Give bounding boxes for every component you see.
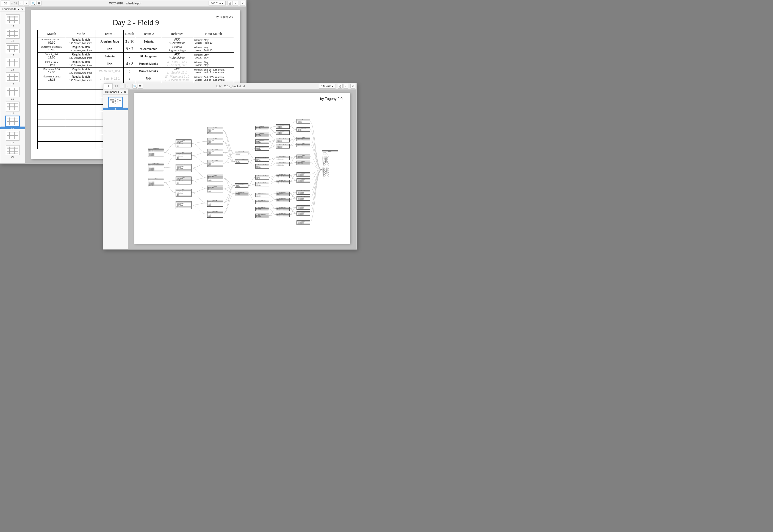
bracket-node: First DEF○ BLOKS, RR rdpl○ Group D○ Grou…: [207, 138, 223, 145]
menu-button[interactable]: ≡: [343, 84, 348, 89]
document-properties-button[interactable]: ⎙: [228, 1, 233, 6]
bracket-node: Rank 11○ R9 Semi-final 1○ R9 Semi-final …: [297, 161, 310, 165]
page-area[interactable]: by Tugeny 2.0 Group Draw○ dont organize …: [128, 89, 356, 249]
sidebar-mode-label[interactable]: Thumbnails: [2, 8, 16, 11]
chevron-down-icon[interactable]: ▾: [18, 8, 19, 11]
zoom-dropdown[interactable]: 145.31%▾: [209, 1, 226, 6]
thumbnail-label: 13: [0, 54, 25, 57]
thumbnail-page-11[interactable]: [6, 14, 19, 24]
thumbnail-label: 20: [0, 156, 25, 158]
thumbnail-page-19[interactable]: [6, 131, 19, 141]
close-window-button[interactable]: ✕: [240, 1, 245, 6]
chevron-down-icon[interactable]: ▾: [121, 91, 122, 94]
thumbnail-page-18[interactable]: [6, 116, 19, 126]
table-row: Semi 9_12-111:00Regular Match100 Stones,…: [38, 53, 234, 60]
bracket-node: Small Final○ Semi-final 1○ Semi-final 2: [297, 127, 310, 132]
close-sidebar-button[interactable]: ✕: [21, 8, 23, 11]
thumbnail-label: 19: [0, 141, 25, 144]
bracket-node: R13 Semi-final 2○ R9 Quarter-final 2○ R9…: [276, 180, 290, 184]
sidebar-toggle-button[interactable]: ☰: [138, 84, 143, 89]
bracket-node: R5 Semi-final 1○ Quarter-final 1○ Quarte…: [276, 138, 290, 142]
thumbnails-sidebar: Thumbnails ▾ ✕ 1: [103, 89, 128, 249]
bracket-node: Group E○ BLOKS, RR rdpl…○ Group Head○ Gr…: [175, 189, 191, 197]
search-button[interactable]: 🔍: [132, 84, 137, 89]
thumbnail-page-12[interactable]: [6, 29, 19, 39]
bracket-node: Rank 7○ R5 Semi-final 1○ R5 Semi-final 2: [297, 143, 310, 147]
bracket-node: R17 Quarter-final 1○ Fourth ABC○ Fourth …: [255, 193, 269, 197]
next-page-button[interactable]: ›: [125, 84, 130, 89]
bracket-node: Semi-final 1○ Quarter-final 1○ Quarter-f…: [276, 124, 290, 129]
sidebar-mode-label[interactable]: Thumbnails: [105, 91, 119, 94]
bracket-node: Relegation ABC 2○ Third ABC○ Third DEF: [235, 183, 249, 188]
document-properties-button[interactable]: ⎙: [338, 84, 343, 89]
prev-page-button[interactable]: ‹: [120, 84, 125, 89]
bracket-node: R21 Quarter-final 2○ Fourth ABC○ Fourth …: [255, 214, 269, 218]
thumbnail-page-16[interactable]: [6, 87, 19, 97]
credit-label: by Tugeny 2.0: [216, 15, 233, 18]
sidebar-toggle-button[interactable]: ☰: [37, 1, 41, 6]
next-page-button[interactable]: ›: [24, 1, 29, 6]
search-button[interactable]: 🔍: [31, 1, 36, 6]
bracket-node: Second ABC○ BLOKS, RR rdpl○ Group A○ Gro…: [207, 149, 223, 156]
bracket-node: Group B○ BLOKS, RR rdpl…○ Group Head○ Gr…: [175, 152, 191, 160]
table-row: Placement 11-1213:15Regular Match100 Sto…: [38, 75, 234, 82]
document-title: BJP…2019_bracket.pdf: [143, 85, 319, 88]
table-header: Team 2: [136, 30, 161, 38]
prev-page-button[interactable]: ‹: [18, 1, 23, 6]
pdf-page: by Tugeny 2.0 Group Draw○ dont organize …: [134, 93, 350, 244]
table-row: Quarter 9_16-1 ACD09:30Regular Match100 …: [38, 38, 234, 45]
credit-label: by Tugeny 2.0: [320, 97, 343, 101]
bracket-node: Group C○ BLOKS, RR rdpl…○ Group Head○ Gr…: [175, 164, 191, 172]
bracket-node: Semi-final 2○ Quarter-final 3○ Quarter-f…: [276, 130, 290, 135]
bracket-node: Quarter-final 4○ First DEF○ Winner Reg: [255, 146, 269, 151]
bracket-node: Quarter-final 1○ Winner AD○ Second DEF: [255, 126, 269, 130]
thumbnail-label: 17: [0, 112, 25, 115]
toolbar: of 32 ‹ › 🔍 ☰ WCC-2018…schedule.pdf 145.…: [0, 0, 246, 7]
thumbnail-label: 18: [0, 127, 25, 129]
bracket-node: R9 Quarter-final 1○ Third ABC○ Third DEF: [255, 175, 269, 180]
thumbnail-list[interactable]: 11121314151617181920: [0, 12, 25, 163]
bracket-node: Third ABC○ BLOKS, RR rdpl○ Group A○ Grou…: [207, 175, 223, 181]
thumbnail-label: 12: [0, 39, 25, 42]
thumbnail-label: 1: [103, 108, 128, 110]
zoom-dropdown[interactable]: 154.40%▾: [319, 84, 336, 89]
pdf-viewer-window-2: of 1 ‹ › 🔍 ☰ BJP…2019_bracket.pdf 154.40…: [103, 83, 357, 250]
bracket-node: Group○ dont organize seed○ Not yet drawn…: [148, 178, 164, 187]
close-sidebar-button[interactable]: ✕: [124, 91, 126, 94]
bracket-node: Rank 13○ R13 Semi-final 1○ R13 Semi-fina…: [297, 172, 310, 177]
bracket-node: Group A○ BLOKS, RR rdpl…○ Group Head○ Gr…: [175, 139, 191, 147]
ranking-table: Ranking○ 1 W - Final○ 2 L - Final○ 3 W -…: [322, 150, 338, 179]
bracket-node: R21 Quarter-final 1○ Fourth DEF○ Fourth …: [255, 207, 269, 211]
chevron-down-icon: ▾: [332, 85, 333, 88]
bracket-node: Third DEF○ BLOKS, RR rdpl○ Group D○ Grou…: [207, 186, 223, 192]
bracket-diagram: Group Draw○ dont organize seed○ Not yet …: [148, 109, 345, 236]
bracket-node: R17 Semi-final 2○ R17 Quarter-final 2○ R…: [276, 198, 290, 202]
bracket-node: First ABC○ BLOKS, RR rdpl○ Group A○ Grou…: [207, 127, 223, 134]
menu-button[interactable]: ≡: [233, 1, 238, 6]
bracket-node: Group F○ BLOKS, RR rdpl…○ Group Head○ Gr…: [175, 201, 191, 209]
thumbnail-list[interactable]: 1: [103, 95, 128, 249]
bracket-node: Rank 25○ R25 Semi-final 1○ R25 Semi-fina…: [297, 220, 310, 225]
thumbnail-page-17[interactable]: [6, 102, 19, 111]
thumbnail-page-13[interactable]: [6, 43, 19, 53]
bracket-node: Rank 5○ R5 Semi-final 1○ R5 Semi-final 2: [297, 137, 310, 141]
bracket-node: R5 Quarter-final 2○ Loser Q…○ Reg Loser …: [255, 164, 269, 169]
page-of-label: of 32: [11, 2, 17, 5]
bracket-node: R9 Semi-final 2○ R5 Quarter-final 2○ R9 …: [276, 162, 290, 166]
thumbnail-page-20[interactable]: [6, 145, 19, 155]
table-header: Result: [123, 30, 136, 38]
bracket-node: R21 Semi-final 2○ R21 Quarter-final 2○ R…: [276, 213, 290, 217]
bracket-node: Rank 9○ R9 Semi-final 1○ R9 Semi-final 2: [297, 155, 310, 159]
thumbnail-page-1[interactable]: [108, 97, 122, 107]
table-header: Next Match: [193, 30, 234, 38]
bracket-node: Rank 21○ R21 Semi-final 1○ R21 Semi-fina…: [297, 205, 310, 210]
close-window-button[interactable]: ✕: [350, 84, 355, 89]
thumbnail-page-14[interactable]: [6, 58, 19, 68]
table-header: Referees: [161, 30, 193, 38]
sidebar-header: Thumbnails ▾ ✕: [103, 89, 128, 95]
bracket-node: Quarter-final 2○ First DEF○ Second ABC: [255, 133, 269, 137]
page-number-input[interactable]: [1, 1, 10, 6]
page-number-input[interactable]: [104, 83, 113, 89]
bracket-node: Fourth ABC○ BLOKS, RR rdpl○ Group A○ Gro…: [207, 200, 223, 207]
thumbnail-page-15[interactable]: [6, 72, 19, 82]
